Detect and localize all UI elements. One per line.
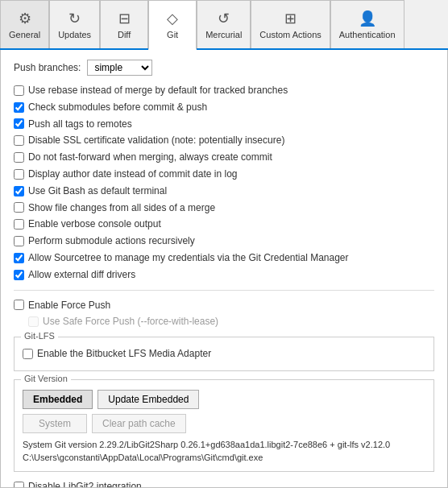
external-diff-label[interactable]: Allow external diff drivers (28, 268, 135, 282)
force-push-label[interactable]: Enable Force Push (28, 299, 110, 312)
safe-force-push-row: Use Safe Force Push (--force-with-lease) (14, 315, 434, 329)
ssl-label[interactable]: Disable SSL certificate validation (note… (28, 134, 284, 147)
separator (14, 290, 434, 291)
file-changes-checkbox[interactable] (14, 202, 24, 213)
version-buttons-2: System Clear path cache (23, 414, 425, 433)
tab-general[interactable]: ⚙General (0, 0, 49, 48)
git-bash-label[interactable]: Use Git Bash as default terminal (28, 184, 167, 198)
checkbox-row-submodules: Check submodules before commit & push (14, 101, 434, 114)
git-icon: ◇ (167, 10, 178, 27)
embedded-button[interactable]: Embedded (23, 390, 93, 409)
diff-icon: ⊟ (118, 10, 131, 27)
git-lfs-title: Git-LFS (21, 331, 58, 341)
update-embedded-button[interactable]: Update Embedded (97, 390, 199, 409)
checkbox-row-no-ff: Do not fast-forward when merging, always… (14, 151, 434, 164)
mercurial-label: Mercurial (205, 30, 242, 39)
checkbox-row-verbose: Enable verbose console output (14, 217, 434, 231)
lfs-checkbox-row: Enable the Bitbucket LFS Media Adapter (23, 347, 425, 361)
push-tags-label[interactable]: Push all tags to remotes (28, 118, 132, 131)
file-changes-label[interactable]: Show file changes from all sides of a me… (28, 201, 215, 215)
rebase-checkbox[interactable] (14, 85, 24, 96)
disable-libgit2-label[interactable]: Disable LibGit2 integration. (28, 480, 144, 488)
system-button: System (23, 414, 87, 433)
tab-mercurial[interactable]: ↺Mercurial (197, 0, 251, 48)
tab-bar: ⚙General↻Updates⊟Diff◇Git↺Mercurial⊞Cust… (0, 0, 448, 50)
verbose-checkbox[interactable] (14, 219, 24, 230)
checkbox-row-rebase: Use rebase instead of merge by default f… (14, 84, 434, 97)
author-date-checkbox[interactable] (14, 169, 24, 180)
disable-libgit2-checkbox[interactable] (14, 482, 24, 488)
submodules-label[interactable]: Check submodules before commit & push (28, 101, 207, 114)
no-ff-checkbox[interactable] (14, 152, 24, 163)
disable-libgit2-row: Disable LibGit2 integration. (14, 480, 434, 488)
diff-label: Diff (118, 30, 131, 39)
custom-actions-icon: ⊞ (284, 10, 297, 27)
safe-force-push-label: Use Safe Force Push (--force-with-lease) (43, 315, 218, 329)
checkbox-row-credential-manager: Allow Sourcetree to manage my credential… (14, 251, 434, 265)
tab-git[interactable]: ◇Git (148, 0, 197, 50)
general-label: General (9, 30, 40, 39)
tab-custom-actions[interactable]: ⊞Custom Actions (251, 0, 330, 48)
verbose-label[interactable]: Enable verbose console output (28, 217, 161, 231)
checkbox-row-external-diff: Allow external diff drivers (14, 268, 434, 282)
tab-authentication[interactable]: 👤Authentication (330, 0, 404, 48)
force-push-row: Enable Force Push (14, 299, 434, 312)
git-version-group: Git Version Embedded Update Embedded Sys… (14, 379, 434, 472)
git-version-title: Git Version (21, 374, 71, 383)
version-buttons: Embedded Update Embedded (23, 390, 425, 409)
tab-diff[interactable]: ⊟Diff (100, 0, 148, 48)
authentication-icon: 👤 (359, 10, 376, 27)
checkbox-row-submodule-actions: Perform submodule actions recursively (14, 234, 434, 248)
checkboxes-container: Use rebase instead of merge by default f… (14, 84, 434, 282)
mercurial-icon: ↺ (218, 10, 230, 27)
author-date-label[interactable]: Display author date instead of commit da… (28, 167, 237, 181)
authentication-label: Authentication (339, 30, 396, 39)
credential-manager-label[interactable]: Allow Sourcetree to manage my credential… (28, 251, 349, 265)
safe-force-push-checkbox (28, 316, 39, 327)
push-branches-row: Push branches: simplecurrentupstreammatc… (14, 60, 434, 76)
checkbox-row-ssl: Disable SSL certificate validation (note… (14, 134, 434, 147)
submodule-actions-label[interactable]: Perform submodule actions recursively (28, 234, 195, 248)
tab-updates[interactable]: ↻Updates (49, 0, 100, 48)
external-diff-checkbox[interactable] (14, 270, 24, 280)
checkbox-row-push-tags: Push all tags to remotes (14, 118, 434, 131)
version-string: System Git version 2.29.2/LibGit2Sharp 0… (23, 438, 425, 452)
git-lfs-group: Git-LFS Enable the Bitbucket LFS Media A… (14, 337, 434, 371)
content-area: Push branches: simplecurrentupstreammatc… (0, 50, 448, 488)
updates-label: Updates (58, 30, 91, 39)
lfs-adapter-label[interactable]: Enable the Bitbucket LFS Media Adapter (37, 347, 211, 361)
push-branches-label: Push branches: (14, 62, 81, 73)
updates-icon: ↻ (68, 10, 81, 27)
submodule-actions-checkbox[interactable] (14, 236, 24, 246)
checkbox-row-git-bash: Use Git Bash as default terminal (14, 184, 434, 198)
submodules-checkbox[interactable] (14, 102, 24, 113)
force-push-checkbox[interactable] (14, 300, 24, 310)
credential-manager-checkbox[interactable] (14, 253, 24, 263)
git-path: C:\Users\gconstanti\AppData\Local\Progra… (23, 451, 425, 465)
git-bash-checkbox[interactable] (14, 186, 24, 196)
push-branches-select[interactable]: simplecurrentupstreammatching (87, 60, 152, 76)
custom-actions-label: Custom Actions (259, 30, 321, 39)
general-icon: ⚙ (19, 10, 31, 27)
no-ff-label[interactable]: Do not fast-forward when merging, always… (28, 151, 272, 164)
version-info: System Git version 2.29.2/LibGit2Sharp 0… (23, 438, 425, 465)
checkbox-row-file-changes: Show file changes from all sides of a me… (14, 201, 434, 215)
git-label: Git (167, 30, 178, 39)
push-tags-checkbox[interactable] (14, 118, 24, 129)
checkbox-row-author-date: Display author date instead of commit da… (14, 167, 434, 181)
ssl-checkbox[interactable] (14, 135, 24, 146)
lfs-adapter-checkbox[interactable] (23, 349, 33, 359)
rebase-label[interactable]: Use rebase instead of merge by default f… (28, 84, 288, 97)
clear-cache-button: Clear path cache (92, 414, 186, 433)
